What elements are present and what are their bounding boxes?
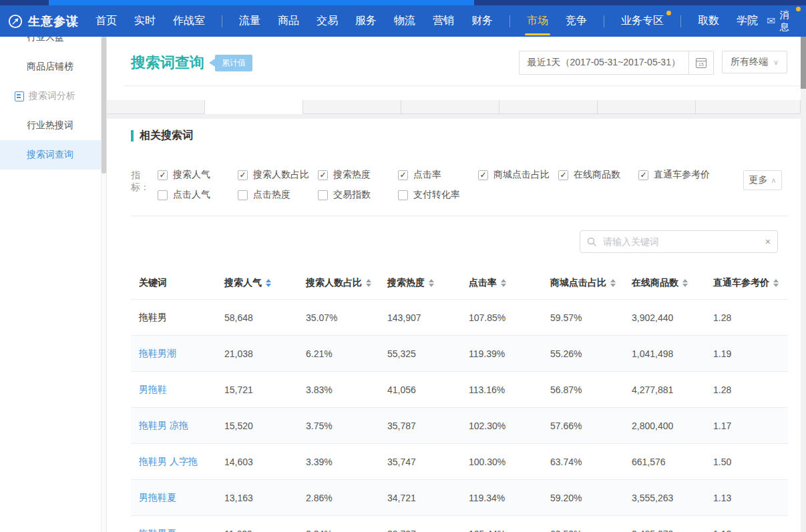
sort-icon[interactable]: [429, 279, 434, 287]
nav-item-business-zone[interactable]: 业务专区: [612, 5, 672, 37]
column-header-直通车参考价[interactable]: 直通车参考价: [713, 277, 788, 289]
metric-filters-label: 指标：: [131, 169, 158, 201]
keyword-link[interactable]: 男拖鞋: [131, 384, 224, 396]
cell-value: 11,629: [224, 529, 306, 532]
tab-5[interactable]: [598, 100, 696, 114]
metric-checkbox-搜索人数占比[interactable]: ✓搜索人数占比: [238, 169, 318, 181]
sidebar-item-industry-dashboard[interactable]: 行业大盘: [0, 37, 106, 52]
tab-2[interactable]: [303, 100, 401, 114]
sidebar-item-search-term-query[interactable]: 搜索词查询: [0, 140, 106, 170]
metric-checkbox-点击率[interactable]: ✓点击率: [398, 169, 478, 181]
metric-label: 搜索人气: [173, 169, 210, 181]
metric-checkbox-点击人气[interactable]: 点击人气: [158, 189, 238, 201]
nav-item-realtime[interactable]: 实时: [126, 5, 164, 37]
sort-icon[interactable]: [773, 279, 779, 287]
brand-logo[interactable]: 生意参谋: [0, 13, 87, 29]
nav-item-product[interactable]: 商品: [269, 5, 308, 37]
metric-label: 搜索人数占比: [253, 169, 309, 181]
keyword-link[interactable]: 拖鞋男潮: [131, 348, 224, 360]
checkbox-checked-icon[interactable]: ✓: [238, 170, 248, 180]
nav-item-war-room[interactable]: 作战室: [164, 5, 214, 37]
nav-item-trade[interactable]: 交易: [308, 5, 347, 37]
column-header-在线商品数[interactable]: 在线商品数: [632, 277, 713, 289]
page-scrollbar-thumb[interactable]: [801, 37, 806, 89]
nav-item-finance[interactable]: 财务: [463, 5, 501, 37]
metric-filters: 指标： ✓搜索人气✓搜索人数占比✓搜索热度✓点击率✓商城点击占比✓在线商品数✓直…: [131, 169, 719, 201]
keyword-link[interactable]: 拖鞋男夏: [131, 528, 224, 532]
checkbox-unchecked-icon[interactable]: [318, 190, 328, 200]
sidebar-item-industry-hot-search[interactable]: 行业热搜词: [0, 111, 106, 140]
sidebar-scrollbar-thumb[interactable]: [102, 37, 106, 174]
sort-icon[interactable]: [682, 279, 688, 287]
checkbox-checked-icon[interactable]: ✓: [558, 170, 568, 180]
sort-icon[interactable]: [610, 279, 616, 287]
column-header-点击率[interactable]: 点击率: [469, 277, 550, 289]
column-header-关键词[interactable]: 关键词: [131, 277, 224, 289]
nav-item-competition[interactable]: 竞争: [557, 5, 596, 37]
checkbox-unchecked-icon[interactable]: [238, 190, 248, 200]
date-range-text: 最近1天（2017-05-31~2017-05-31）: [520, 51, 688, 74]
checkbox-unchecked-icon[interactable]: [158, 190, 168, 200]
clear-icon[interactable]: ×: [759, 236, 777, 247]
metric-checkbox-商城点击占比[interactable]: ✓商城点击占比: [478, 169, 558, 181]
tab-3[interactable]: [401, 100, 499, 114]
metric-checkbox-搜索热度[interactable]: ✓搜索热度: [318, 169, 398, 181]
keyword-text: 拖鞋男: [131, 312, 224, 324]
keyword-link[interactable]: 男拖鞋夏: [131, 492, 224, 504]
sidebar-menu: 行业大盘商品店铺榜搜索词分析行业热搜词搜索词查询: [0, 37, 106, 170]
cell-value: 1.28: [713, 312, 788, 323]
tab-1[interactable]: [205, 100, 303, 114]
checkbox-checked-icon[interactable]: ✓: [398, 170, 408, 180]
nav-item-data-fetch[interactable]: 取数: [689, 5, 728, 37]
tab-0[interactable]: [107, 100, 205, 114]
metric-label: 交易指数: [333, 189, 371, 201]
cell-value: 21,038: [224, 348, 306, 359]
metric-checkbox-交易指数[interactable]: 交易指数: [318, 189, 398, 201]
cell-value: 35,747: [387, 457, 469, 467]
sort-icon[interactable]: [501, 279, 506, 287]
column-header-搜索人气[interactable]: 搜索人气: [224, 277, 306, 289]
table-row: 拖鞋男58,64835.07%143,907107.85%59.57%3,902…: [131, 299, 788, 335]
checkbox-unchecked-icon[interactable]: [398, 190, 408, 200]
compass-logo-icon: [8, 14, 23, 29]
nav-item-home[interactable]: 首页: [87, 5, 126, 37]
keyword-link[interactable]: 拖鞋男 凉拖: [131, 420, 224, 432]
sidebar-item-product-shop-rank[interactable]: 商品店铺榜: [0, 52, 106, 81]
nav-item-academy[interactable]: 学院: [728, 5, 767, 37]
column-header-搜索人数占比[interactable]: 搜索人数占比: [306, 277, 387, 289]
top-navbar: 生意参谋 首页实时作战室流量商品交易服务物流营销财务市场竞争业务专区取数学院 ✉…: [0, 5, 806, 37]
checkbox-checked-icon[interactable]: ✓: [158, 170, 168, 180]
messages-button[interactable]: ✉ 消息: [767, 9, 795, 33]
date-range-picker[interactable]: 最近1天（2017-05-31~2017-05-31） 15: [519, 51, 714, 75]
nav-item-traffic[interactable]: 流量: [230, 5, 269, 37]
nav-item-service[interactable]: 服务: [347, 5, 385, 37]
page-scrollbar[interactable]: [801, 37, 806, 532]
nav-item-market[interactable]: 市场: [518, 5, 557, 37]
column-header-搜索热度[interactable]: 搜索热度: [387, 277, 469, 289]
terminal-dropdown[interactable]: 所有终端 ∨: [722, 51, 787, 73]
metric-checkbox-直通车参考价[interactable]: ✓直通车参考价: [638, 169, 719, 181]
checkbox-checked-icon[interactable]: ✓: [638, 170, 648, 180]
more-label: 更多: [749, 174, 767, 186]
metric-checkbox-在线商品数[interactable]: ✓在线商品数: [558, 169, 638, 181]
metric-checkbox-搜索人气[interactable]: ✓搜索人气: [158, 169, 238, 181]
metric-checkbox-点击热度[interactable]: 点击热度: [238, 189, 318, 201]
cell-value: 1.13: [713, 529, 788, 532]
keyword-link[interactable]: 拖鞋男 人字拖: [131, 456, 224, 468]
tab-4[interactable]: [499, 100, 598, 114]
browser-tab-highlight: [49, 0, 474, 5]
nav-item-logistics[interactable]: 物流: [385, 5, 424, 37]
sidebar-scrollbar[interactable]: [101, 37, 106, 532]
cell-value: 58,648: [224, 312, 306, 323]
section-title-text: 相关搜索词: [140, 129, 193, 143]
search-input[interactable]: [602, 236, 759, 248]
sort-icon[interactable]: [266, 279, 271, 287]
checkbox-checked-icon[interactable]: ✓: [318, 170, 328, 180]
calendar-button[interactable]: 15: [688, 51, 713, 74]
nav-item-marketing[interactable]: 营销: [424, 5, 463, 37]
column-header-商城点击占比[interactable]: 商城点击占比: [550, 277, 632, 289]
checkbox-checked-icon[interactable]: ✓: [478, 170, 488, 180]
more-button[interactable]: 更多 ∧: [743, 170, 782, 190]
metric-checkbox-支付转化率[interactable]: 支付转化率: [398, 189, 478, 201]
sort-icon[interactable]: [366, 279, 371, 287]
